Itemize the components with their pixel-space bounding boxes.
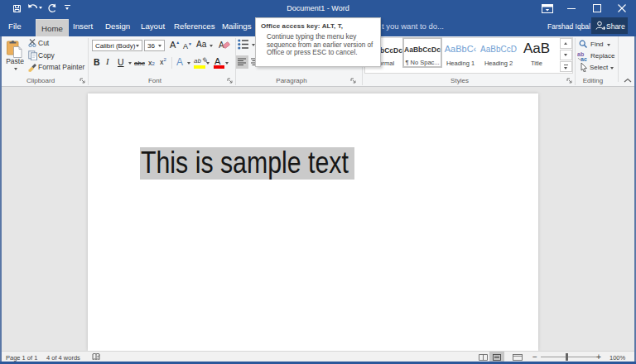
svg-text:ac: ac — [581, 56, 587, 62]
